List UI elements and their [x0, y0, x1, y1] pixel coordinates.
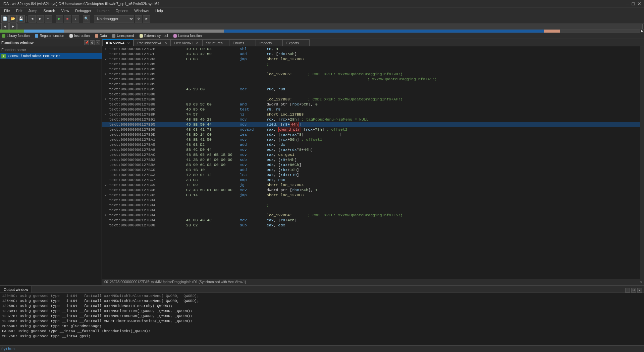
toolbar-forward[interactable]: ▶ [37, 15, 44, 23]
output-close[interactable]: ✕ [637, 288, 642, 293]
mnem-col: jmp [240, 56, 267, 61]
toolbar-cfg2[interactable]: ▶ [143, 15, 150, 23]
mnem-col: lea [240, 172, 267, 177]
toolbar-step[interactable]: ↓ [72, 15, 79, 23]
tab-imports[interactable]: Imports [256, 39, 283, 46]
minimize-button[interactable]: ─ [626, 1, 629, 6]
tab-structures[interactable]: Structures [202, 39, 229, 46]
toolbar-stop[interactable]: ■ [64, 15, 71, 23]
addr-col: text:000000000127B99 [109, 127, 186, 132]
toolbar-search[interactable]: 🔍 [83, 15, 90, 23]
band-scroll-right[interactable]: ▶ [640, 30, 644, 33]
operand-col: short loc_127BE8 [267, 112, 640, 117]
arrow-col: ↙ [102, 112, 109, 117]
menu-file[interactable]: File [1, 8, 13, 13]
hex-col: EB 03 [186, 56, 240, 61]
code-line: ↙ text:000000000127B83 EB 03 jmp short l… [102, 56, 640, 61]
tab-ida-view-a-close[interactable]: ✕ [127, 41, 130, 45]
python-input[interactable] [17, 347, 643, 351]
mnem-col: and [240, 102, 267, 107]
hex-col: 7F 09 [186, 182, 240, 187]
output-min[interactable]: ─ [625, 288, 630, 293]
code-line: text:000000000127B85 [102, 82, 640, 87]
menu-debugger[interactable]: Debugger [72, 8, 94, 13]
tab-pseudocode-a-label: Pseudocode-A [137, 41, 161, 45]
code-line-highlight: text:000000000127B95 45 8B 50 44 mov r10… [102, 122, 640, 127]
tab-ida-view-a[interactable]: IDA View-A ✕ [102, 39, 133, 46]
function-name: xxxMNFindWindowFromPoint [7, 54, 60, 58]
code-v-scrollbar[interactable] [640, 46, 644, 279]
menu-search[interactable]: Search [41, 8, 58, 13]
addr-col: text:000000000127B85 [109, 82, 186, 87]
code-status-arrow[interactable]: < [640, 280, 642, 284]
legend-external[interactable]: External symbol [140, 34, 168, 38]
menu-jump[interactable]: Jump [26, 8, 40, 13]
hex-col: 03 4B 10 [186, 167, 240, 172]
debugger-dropdown[interactable]: No debugger [94, 15, 134, 23]
toolbar-new[interactable]: 📄 [1, 15, 9, 23]
menu-lumina[interactable]: Lumina [95, 8, 112, 13]
mnem-col: mov [240, 152, 267, 157]
functions-panel-title: Functions window [1, 41, 34, 45]
toolbar-back[interactable]: ◀ [29, 15, 36, 23]
operand-col: ecx, [r9+84h] [267, 157, 640, 162]
nav-right[interactable]: ▶ [9, 23, 17, 30]
hex-col: 41 2B 89 84 00 00 00 [186, 157, 240, 162]
right-tabs-row: IDA View-A ✕ Pseudocode-A ✕ Hex View-1 ✕… [102, 39, 644, 46]
tab-enums-label: Enums [233, 41, 244, 45]
addr-col: text:000000000127B91 [109, 117, 186, 122]
code-line: text:000000000127B91 48 8B 49 28 mov rcx… [102, 117, 640, 122]
arrow-col: ↓ [102, 72, 109, 77]
legend-lumina[interactable]: Lumina function [173, 34, 202, 38]
output-max[interactable]: □ [631, 288, 636, 293]
tab-pseudocode-a[interactable]: Pseudocode-A ✕ [133, 39, 170, 46]
code-line: ↓ text:000000000127BD4 loc_127BD4: ; COD… [102, 213, 640, 218]
maximize-button[interactable]: □ [632, 1, 635, 6]
tab-enums[interactable]: Enums [229, 39, 256, 46]
close-button[interactable]: ✕ [637, 1, 641, 6]
addr-col: text:000000000127B85 [109, 87, 186, 92]
hex-col: 48 63 41 78 [186, 127, 240, 132]
functions-panel-close[interactable]: ✕ [96, 40, 100, 45]
functions-panel-pin[interactable]: 📌 [84, 40, 89, 45]
tab-exports[interactable]: Exports [283, 39, 310, 46]
mnem-col: jg [240, 182, 267, 187]
address-bar[interactable] [17, 24, 643, 29]
menu-edit[interactable]: Edit [13, 8, 25, 13]
tab-hex-view-1-close[interactable]: ✕ [196, 41, 199, 45]
function-item[interactable]: f xxxMNFindWindowFromPoint [0, 53, 102, 59]
tab-hex-view-1[interactable]: Hex View-1 ✕ [171, 39, 202, 46]
tab-imports-label: Imports [260, 41, 272, 45]
code-line: text:000000000127B9D 48 8D 14 C0 lea rdx… [102, 132, 640, 137]
addr-col: text:000000000127BC0 [109, 167, 186, 172]
code-status-text: 00126FA5 000000000127EA5: xxxMNUpdateDra… [104, 280, 246, 284]
tab-pseudocode-a-close[interactable]: ✕ [164, 41, 167, 45]
toolbar-return[interactable]: ↩ [45, 15, 52, 23]
menu-options[interactable]: Options [113, 8, 131, 13]
hex-col: 48 8B 05 A5 6B 1B 00 [186, 152, 240, 157]
menu-view[interactable]: View [58, 8, 72, 13]
arrow-col: ↓ [102, 213, 109, 218]
mnem-col: mov [240, 162, 267, 167]
legend-data[interactable]: Data [95, 34, 107, 38]
nav-left[interactable]: ◀ [1, 23, 9, 30]
functions-list[interactable]: f xxxMNFindWindowFromPoint [0, 53, 102, 285]
legend-unexplored[interactable]: Unexplored [112, 34, 134, 38]
output-area[interactable]: 12049C: using guessed type __int64 __fas… [0, 293, 644, 345]
functions-panel-header: Functions window 📌 ⚙ ✕ [0, 39, 102, 46]
menu-windows[interactable]: Windows [131, 8, 152, 13]
legend-instruction[interactable]: Instruction [69, 34, 90, 38]
code-scroll[interactable]: ↑ text:000000000127B7B 49 C1 E0 04 shl r… [102, 46, 640, 279]
legend-regular[interactable]: Regular function [35, 34, 64, 38]
toolbar-run[interactable]: ▶ [56, 15, 63, 23]
toolbar-cfg1[interactable]: ⚙ [135, 15, 142, 23]
toolbar-open[interactable]: 📂 [9, 15, 17, 23]
legend-library[interactable]: Library function [2, 34, 30, 38]
bottom-tab-output[interactable]: Output window [0, 286, 32, 293]
code-line: text:000000000127B85 [102, 67, 640, 72]
toolbar-save[interactable]: 💾 [17, 15, 25, 23]
mnem-col: test [240, 107, 267, 112]
menu-help[interactable]: Help [153, 8, 166, 13]
functions-panel-settings[interactable]: ⚙ [90, 40, 95, 45]
function-name-col-header: Function name [1, 48, 26, 52]
